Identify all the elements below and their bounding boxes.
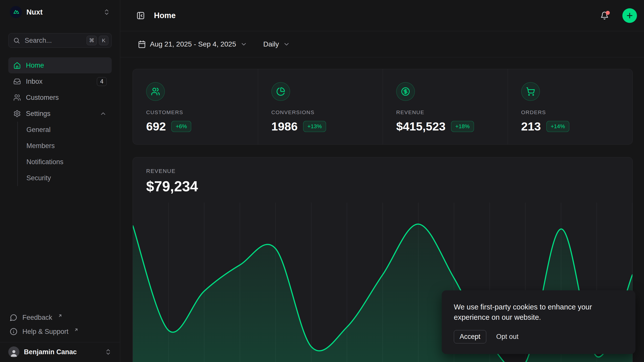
revenue-label: REVENUE [146, 168, 619, 174]
search-input[interactable]: Search... ⌘ K [8, 33, 112, 48]
chevron-down-icon [283, 41, 290, 48]
date-range-value: Aug 21, 2025 - Sep 4, 2025 [150, 40, 236, 48]
stat-card-orders[interactable]: ORDERS 213 +14% [508, 69, 633, 144]
sub-item-label: Members [26, 142, 55, 150]
sidebar-item-notifications[interactable]: Notifications [18, 154, 112, 170]
gear-icon [13, 110, 21, 117]
cookie-banner: We use first-party cookies to enhance yo… [442, 290, 635, 354]
sidebar-nav: Home Inbox 4 Customers Sett [8, 57, 112, 186]
sidebar-item-general[interactable]: General [18, 122, 112, 138]
sidebar-item-label: Customers [26, 94, 59, 102]
chevron-up-icon [100, 110, 107, 117]
inbox-icon [13, 78, 21, 85]
sidebar: Nuxt Search... ⌘ K Home [0, 0, 120, 362]
granularity-select[interactable]: Daily [263, 40, 290, 48]
info-circle-icon [10, 328, 17, 335]
stat-value: 1986 [271, 119, 298, 133]
stat-label: ORDERS [521, 109, 633, 115]
revenue-total: $79,234 [146, 178, 619, 195]
dollar-circle-icon [396, 82, 415, 101]
sidebar-item-inbox[interactable]: Inbox 4 [8, 73, 112, 89]
k-key: K [99, 36, 108, 45]
sidebar-item-members[interactable]: Members [18, 138, 112, 154]
home-icon [13, 62, 21, 69]
users-icon [146, 82, 165, 101]
user-name: Benjamin Canac [24, 348, 77, 356]
feedback-link[interactable]: Feedback [8, 310, 112, 325]
stat-delta-badge: +14% [546, 121, 569, 132]
main-area: Home Aug 21, 2025 - Sep 4, 2025 Daily [120, 0, 644, 362]
stat-value: 213 [521, 119, 541, 133]
help-support-link[interactable]: Help & Support [8, 325, 112, 339]
filters-toolbar: Aug 21, 2025 - Sep 4, 2025 Daily [120, 31, 644, 57]
external-link-icon [58, 313, 62, 318]
chevron-down-icon [240, 41, 247, 48]
sidebar-item-label: Home [26, 62, 44, 69]
stat-delta-badge: +18% [451, 121, 474, 132]
stat-value: 692 [146, 119, 166, 133]
avatar [8, 346, 19, 357]
accept-cookies-button[interactable]: Accept [454, 330, 486, 343]
stat-label: CUSTOMERS [146, 109, 258, 115]
sidebar-item-label: Inbox [26, 78, 43, 85]
search-shortcut: ⌘ K [87, 36, 108, 45]
help-support-label: Help & Support [22, 328, 68, 336]
calendar-icon [138, 40, 146, 48]
sidebar-item-home[interactable]: Home [8, 57, 112, 73]
stat-card-revenue[interactable]: REVENUE $415,523 +18% [383, 69, 508, 144]
stat-card-customers[interactable]: CUSTOMERS 692 +6% [133, 69, 258, 144]
nuxt-logo [10, 6, 22, 18]
page-title: Home [154, 11, 176, 20]
user-menu[interactable]: Benjamin Canac [0, 342, 120, 362]
plus-icon [626, 12, 634, 20]
search-icon [13, 37, 20, 44]
sidebar-item-customers[interactable]: Customers [8, 89, 112, 106]
pie-chart-icon [271, 82, 290, 101]
collapse-sidebar-button[interactable] [134, 9, 147, 22]
inbox-count-badge: 4 [97, 77, 107, 86]
sidebar-item-settings[interactable]: Settings [8, 106, 112, 122]
page-header: Home [120, 0, 644, 31]
stat-delta-badge: +6% [171, 121, 191, 132]
workspace-switcher[interactable]: Nuxt [8, 4, 112, 20]
stat-delta-badge: +13% [303, 121, 326, 132]
cart-icon [521, 82, 540, 101]
chevrons-up-down-icon [103, 9, 110, 16]
settings-submenu: General Members Notifications Security [17, 122, 112, 186]
stat-value: $415,523 [396, 119, 446, 133]
workspace-name: Nuxt [26, 8, 43, 16]
granularity-value: Daily [263, 40, 279, 48]
chat-bubble-icon [10, 314, 17, 321]
stat-label: REVENUE [396, 109, 508, 115]
chevrons-up-down-icon [105, 348, 112, 355]
stats-row: CUSTOMERS 692 +6% CONVERSIONS 1986 +13% [133, 69, 633, 145]
users-icon [13, 94, 21, 101]
date-range-picker[interactable]: Aug 21, 2025 - Sep 4, 2025 [138, 40, 247, 48]
external-link-icon [74, 328, 78, 332]
notifications-button[interactable] [598, 9, 611, 22]
add-button[interactable] [622, 8, 637, 23]
feedback-label: Feedback [22, 314, 52, 322]
sub-item-label: Notifications [26, 158, 63, 166]
stat-label: CONVERSIONS [271, 109, 383, 115]
sub-item-label: Security [26, 174, 51, 182]
sidebar-item-security[interactable]: Security [18, 170, 112, 186]
notification-dot [606, 11, 610, 15]
sidebar-item-label: Settings [26, 110, 51, 118]
stat-card-conversions[interactable]: CONVERSIONS 1986 +13% [258, 69, 383, 144]
search-placeholder: Search... [25, 37, 82, 44]
sub-item-label: General [26, 126, 51, 134]
cookie-message: We use first-party cookies to enhance yo… [454, 302, 623, 323]
optout-cookies-button[interactable]: Opt out [496, 333, 519, 341]
panel-collapse-icon [136, 11, 145, 20]
cmd-key: ⌘ [87, 36, 97, 45]
